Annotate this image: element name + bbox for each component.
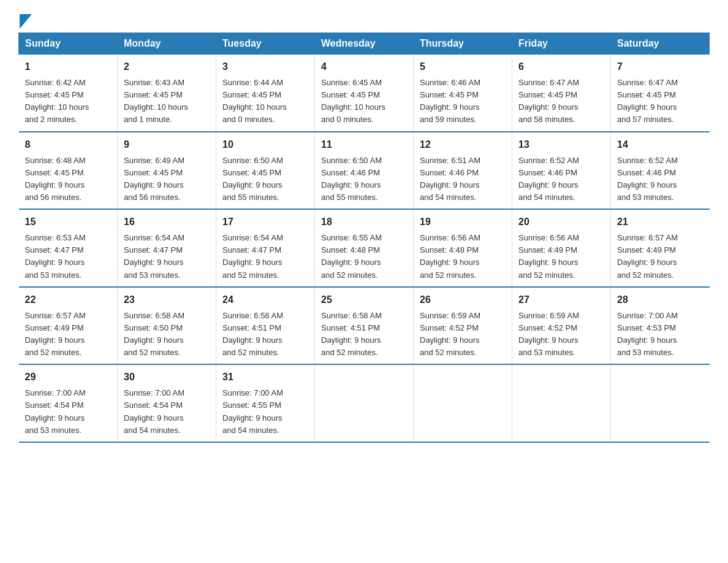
day-info: Sunrise: 6:56 AM Sunset: 4:48 PM Dayligh… bbox=[420, 232, 506, 282]
day-info: Sunrise: 6:42 AM Sunset: 4:45 PM Dayligh… bbox=[25, 77, 112, 126]
day-number: 30 bbox=[124, 370, 210, 385]
calendar-cell: 10Sunrise: 6:50 AM Sunset: 4:45 PM Dayli… bbox=[216, 132, 315, 210]
day-number: 12 bbox=[420, 137, 506, 152]
day-info: Sunrise: 6:54 AM Sunset: 4:47 PM Dayligh… bbox=[222, 232, 308, 282]
calendar-cell: 14Sunrise: 6:52 AM Sunset: 4:46 PM Dayli… bbox=[611, 132, 710, 210]
calendar-header-row: SundayMondayTuesdayWednesdayThursdayFrid… bbox=[19, 33, 710, 55]
calendar-cell: 26Sunrise: 6:59 AM Sunset: 4:52 PM Dayli… bbox=[414, 287, 512, 365]
day-info: Sunrise: 6:46 AM Sunset: 4:45 PM Dayligh… bbox=[420, 77, 506, 126]
calendar-cell: 24Sunrise: 6:58 AM Sunset: 4:51 PM Dayli… bbox=[216, 287, 315, 365]
calendar-week-row: 15Sunrise: 6:53 AM Sunset: 4:47 PM Dayli… bbox=[19, 209, 710, 287]
day-info: Sunrise: 6:52 AM Sunset: 4:46 PM Dayligh… bbox=[518, 155, 604, 204]
day-number: 29 bbox=[25, 370, 112, 385]
calendar-cell bbox=[315, 364, 414, 442]
calendar-cell: 11Sunrise: 6:50 AM Sunset: 4:46 PM Dayli… bbox=[315, 132, 414, 210]
day-info: Sunrise: 7:00 AM Sunset: 4:53 PM Dayligh… bbox=[617, 310, 703, 359]
day-number: 21 bbox=[617, 215, 703, 229]
day-info: Sunrise: 6:50 AM Sunset: 4:45 PM Dayligh… bbox=[222, 155, 308, 204]
calendar-cell bbox=[512, 364, 611, 442]
calendar-cell: 15Sunrise: 6:53 AM Sunset: 4:47 PM Dayli… bbox=[19, 209, 118, 287]
day-number: 25 bbox=[321, 293, 407, 307]
day-number: 20 bbox=[518, 215, 604, 229]
calendar-cell: 25Sunrise: 6:58 AM Sunset: 4:51 PM Dayli… bbox=[315, 287, 414, 365]
page-header bbox=[18, 12, 710, 26]
day-number: 31 bbox=[222, 370, 308, 385]
calendar-cell: 31Sunrise: 7:00 AM Sunset: 4:55 PM Dayli… bbox=[216, 364, 315, 442]
day-number: 19 bbox=[420, 215, 506, 229]
calendar-week-row: 22Sunrise: 6:57 AM Sunset: 4:49 PM Dayli… bbox=[19, 287, 710, 365]
calendar-cell: 6Sunrise: 6:47 AM Sunset: 4:45 PM Daylig… bbox=[512, 55, 611, 132]
day-info: Sunrise: 6:50 AM Sunset: 4:46 PM Dayligh… bbox=[321, 155, 407, 204]
day-number: 18 bbox=[321, 215, 407, 229]
svg-marker-0 bbox=[20, 14, 32, 29]
day-number: 24 bbox=[222, 293, 308, 307]
day-info: Sunrise: 7:00 AM Sunset: 4:55 PM Dayligh… bbox=[222, 387, 308, 437]
calendar-week-row: 8Sunrise: 6:48 AM Sunset: 4:45 PM Daylig… bbox=[19, 132, 710, 210]
calendar-cell: 2Sunrise: 6:43 AM Sunset: 4:45 PM Daylig… bbox=[118, 55, 216, 132]
calendar-cell: 28Sunrise: 7:00 AM Sunset: 4:53 PM Dayli… bbox=[611, 287, 710, 365]
day-number: 7 bbox=[617, 59, 703, 74]
day-info: Sunrise: 6:52 AM Sunset: 4:46 PM Dayligh… bbox=[617, 155, 703, 204]
calendar-cell: 27Sunrise: 6:59 AM Sunset: 4:52 PM Dayli… bbox=[512, 287, 611, 365]
day-number: 9 bbox=[124, 137, 210, 152]
calendar-cell: 30Sunrise: 7:00 AM Sunset: 4:54 PM Dayli… bbox=[118, 364, 216, 442]
day-info: Sunrise: 6:55 AM Sunset: 4:48 PM Dayligh… bbox=[321, 232, 407, 282]
day-number: 23 bbox=[124, 293, 210, 307]
day-number: 28 bbox=[617, 293, 703, 307]
day-number: 13 bbox=[518, 137, 604, 152]
calendar-cell: 9Sunrise: 6:49 AM Sunset: 4:45 PM Daylig… bbox=[118, 132, 216, 210]
day-info: Sunrise: 6:57 AM Sunset: 4:49 PM Dayligh… bbox=[25, 310, 112, 359]
day-number: 16 bbox=[124, 215, 210, 229]
day-header-thursday: Thursday bbox=[414, 33, 512, 55]
day-info: Sunrise: 6:58 AM Sunset: 4:51 PM Dayligh… bbox=[222, 310, 308, 359]
calendar-cell: 3Sunrise: 6:44 AM Sunset: 4:45 PM Daylig… bbox=[216, 55, 315, 132]
day-info: Sunrise: 6:44 AM Sunset: 4:45 PM Dayligh… bbox=[222, 77, 308, 126]
day-info: Sunrise: 6:47 AM Sunset: 4:45 PM Dayligh… bbox=[617, 77, 703, 126]
day-info: Sunrise: 6:58 AM Sunset: 4:50 PM Dayligh… bbox=[124, 310, 210, 359]
day-number: 17 bbox=[222, 215, 308, 229]
day-header-wednesday: Wednesday bbox=[315, 33, 414, 55]
day-number: 2 bbox=[124, 59, 210, 74]
calendar-week-row: 29Sunrise: 7:00 AM Sunset: 4:54 PM Dayli… bbox=[19, 364, 710, 442]
day-info: Sunrise: 6:45 AM Sunset: 4:45 PM Dayligh… bbox=[321, 77, 407, 126]
day-info: Sunrise: 6:57 AM Sunset: 4:49 PM Dayligh… bbox=[617, 232, 703, 282]
calendar-cell: 23Sunrise: 6:58 AM Sunset: 4:50 PM Dayli… bbox=[118, 287, 216, 365]
day-info: Sunrise: 6:47 AM Sunset: 4:45 PM Dayligh… bbox=[518, 77, 604, 126]
day-number: 11 bbox=[321, 137, 407, 152]
calendar-cell bbox=[414, 364, 512, 442]
day-info: Sunrise: 6:56 AM Sunset: 4:49 PM Dayligh… bbox=[518, 232, 604, 282]
calendar-cell: 16Sunrise: 6:54 AM Sunset: 4:47 PM Dayli… bbox=[118, 209, 216, 287]
day-info: Sunrise: 6:59 AM Sunset: 4:52 PM Dayligh… bbox=[420, 310, 506, 359]
calendar-cell: 29Sunrise: 7:00 AM Sunset: 4:54 PM Dayli… bbox=[19, 364, 118, 442]
day-header-friday: Friday bbox=[512, 33, 611, 55]
day-number: 22 bbox=[25, 293, 112, 307]
logo-triangle-icon bbox=[20, 14, 32, 29]
day-number: 4 bbox=[321, 59, 407, 74]
calendar-cell bbox=[611, 364, 710, 442]
calendar-table: SundayMondayTuesdayWednesdayThursdayFrid… bbox=[18, 33, 710, 443]
day-number: 26 bbox=[420, 293, 506, 307]
day-number: 8 bbox=[25, 137, 112, 152]
calendar-cell: 18Sunrise: 6:55 AM Sunset: 4:48 PM Dayli… bbox=[315, 209, 414, 287]
day-info: Sunrise: 6:53 AM Sunset: 4:47 PM Dayligh… bbox=[25, 232, 112, 282]
day-number: 15 bbox=[25, 215, 112, 229]
day-header-monday: Monday bbox=[118, 33, 216, 55]
day-number: 27 bbox=[518, 293, 604, 307]
day-info: Sunrise: 6:59 AM Sunset: 4:52 PM Dayligh… bbox=[518, 310, 604, 359]
logo bbox=[18, 15, 32, 26]
day-number: 3 bbox=[222, 59, 308, 74]
calendar-cell: 12Sunrise: 6:51 AM Sunset: 4:46 PM Dayli… bbox=[414, 132, 512, 210]
day-header-saturday: Saturday bbox=[611, 33, 710, 55]
calendar-cell: 22Sunrise: 6:57 AM Sunset: 4:49 PM Dayli… bbox=[19, 287, 118, 365]
day-number: 6 bbox=[518, 59, 604, 74]
calendar-cell: 13Sunrise: 6:52 AM Sunset: 4:46 PM Dayli… bbox=[512, 132, 611, 210]
day-number: 14 bbox=[617, 137, 703, 152]
day-number: 5 bbox=[420, 59, 506, 74]
calendar-cell: 4Sunrise: 6:45 AM Sunset: 4:45 PM Daylig… bbox=[315, 55, 414, 132]
calendar-cell: 7Sunrise: 6:47 AM Sunset: 4:45 PM Daylig… bbox=[611, 55, 710, 132]
calendar-cell: 20Sunrise: 6:56 AM Sunset: 4:49 PM Dayli… bbox=[512, 209, 611, 287]
day-info: Sunrise: 6:58 AM Sunset: 4:51 PM Dayligh… bbox=[321, 310, 407, 359]
day-header-tuesday: Tuesday bbox=[216, 33, 315, 55]
day-header-sunday: Sunday bbox=[19, 33, 118, 55]
calendar-cell: 1Sunrise: 6:42 AM Sunset: 4:45 PM Daylig… bbox=[19, 55, 118, 132]
